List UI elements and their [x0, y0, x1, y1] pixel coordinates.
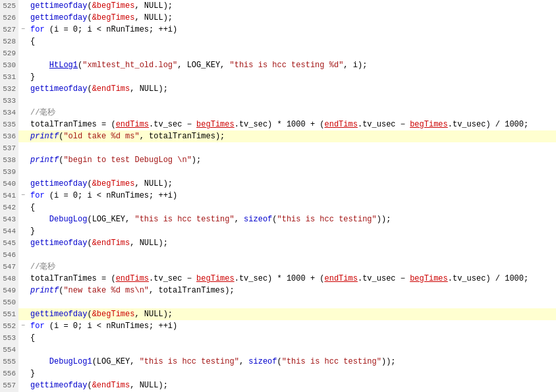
line-num-555: 555 — [0, 356, 18, 368]
fold-529 — [18, 47, 28, 59]
fold-538 — [18, 154, 28, 166]
code-line-543: 543 DebugLog(LOG_KEY, "this is hcc testi… — [0, 213, 556, 225]
code-line-525: 525 gettimeofday(&begTimes, NULL); — [0, 0, 556, 12]
code-content-540: gettimeofday(&begTimes, NULL); — [28, 178, 173, 190]
fold-554 — [18, 344, 28, 356]
fold-552[interactable]: − — [18, 320, 28, 332]
fold-557 — [18, 379, 28, 391]
code-line-554: 554 — [0, 344, 556, 356]
code-line-541: 541 − for (i = 0; i < nRunTimes; ++i) — [0, 190, 556, 202]
code-line-533: 533 — [0, 95, 556, 107]
code-content-556: } — [28, 368, 35, 379]
line-num-535: 535 — [0, 119, 18, 130]
line-num-531: 531 — [0, 71, 18, 83]
code-editor: 525 gettimeofday(&begTimes, NULL); 526 g… — [0, 0, 556, 392]
fold-551 — [18, 308, 28, 320]
code-content-542: { — [28, 202, 35, 213]
code-line-555: 555 DebugLog1(LOG_KEY, "this is hcc test… — [0, 356, 556, 368]
line-num-547: 547 — [0, 261, 18, 273]
code-content-526: gettimeofday(&begTimes, NULL); — [28, 12, 173, 24]
fold-543 — [18, 213, 28, 225]
code-content-552: for (i = 0; i < nRunTimes; ++i) — [28, 320, 177, 332]
fold-534 — [18, 107, 28, 119]
code-line-527: 527 − for (i = 0; i < nRunTimes; ++i) — [0, 24, 556, 36]
code-content-528: { — [28, 36, 35, 47]
line-num-548: 548 — [0, 273, 18, 285]
line-num-553: 553 — [0, 332, 18, 344]
code-line-557: 557 gettimeofday(&endTims, NULL); — [0, 379, 556, 391]
code-content-537 — [28, 142, 30, 154]
fold-549 — [18, 285, 28, 296]
code-content-555: DebugLog1(LOG_KEY, "this is hcc testing"… — [28, 356, 396, 368]
fold-533 — [18, 95, 28, 107]
line-num-534: 534 — [0, 107, 18, 119]
code-line-545: 545 gettimeofday(&endTims, NULL); — [0, 237, 556, 249]
line-num-529: 529 — [0, 47, 18, 59]
code-line-526: 526 gettimeofday(&begTimes, NULL); — [0, 12, 556, 24]
line-num-533: 533 — [0, 95, 18, 107]
fold-528 — [18, 36, 28, 47]
line-num-549: 549 — [0, 285, 18, 296]
fold-527[interactable]: − — [18, 24, 28, 36]
code-line-542: 542 { — [0, 202, 556, 213]
code-content-534: //毫秒 — [28, 107, 55, 119]
fold-544 — [18, 225, 28, 237]
code-content-536: printf("old take %d ms", totalTranTimes)… — [28, 130, 225, 142]
line-num-556: 556 — [0, 368, 18, 379]
code-line-553: 553 { — [0, 332, 556, 344]
code-content-547: //毫秒 — [28, 261, 55, 273]
code-content-532: gettimeofday(&endTims, NULL); — [28, 83, 168, 95]
fold-532 — [18, 83, 28, 95]
fold-530 — [18, 59, 28, 71]
code-line-548: 548 totalTranTimes = (endTims.tv_sec − b… — [0, 273, 556, 285]
code-line-538: 538 printf("begin to test DebugLog \n"); — [0, 154, 556, 166]
line-num-544: 544 — [0, 225, 18, 237]
code-content-530: HtLog1("xmltest_ht_old.log", LOG_KEY, "t… — [28, 59, 367, 71]
line-num-543: 543 — [0, 213, 18, 225]
code-content-533 — [28, 95, 30, 107]
fold-531 — [18, 71, 28, 83]
line-num-528: 528 — [0, 36, 18, 47]
line-num-538: 538 — [0, 154, 18, 166]
fold-526 — [18, 12, 28, 24]
fold-556 — [18, 368, 28, 379]
code-content-548: totalTranTimes = (endTims.tv_sec − begTi… — [28, 273, 528, 285]
line-num-536: 536 — [0, 130, 18, 142]
line-num-546: 546 — [0, 249, 18, 261]
line-num-532: 532 — [0, 83, 18, 95]
code-content-551: gettimeofday(&begTimes, NULL); — [28, 308, 173, 320]
fold-536 — [18, 130, 28, 142]
fold-535 — [18, 119, 28, 130]
code-content-546 — [28, 249, 30, 261]
code-line-540: 540 gettimeofday(&begTimes, NULL); — [0, 178, 556, 190]
code-line-534: 534 //毫秒 — [0, 107, 556, 119]
code-line-531: 531 } — [0, 71, 556, 83]
fold-547 — [18, 261, 28, 273]
code-line-547: 547 //毫秒 — [0, 261, 556, 273]
line-num-527: 527 — [0, 24, 18, 36]
code-line-529: 529 — [0, 47, 556, 59]
line-num-537: 537 — [0, 142, 18, 154]
code-line-546: 546 — [0, 249, 556, 261]
fold-542 — [18, 202, 28, 213]
code-content-544: } — [28, 225, 35, 237]
code-line-528: 528 { — [0, 36, 556, 47]
code-content-529 — [28, 47, 30, 59]
code-content-543: DebugLog(LOG_KEY, "this is hcc testing",… — [28, 213, 391, 225]
code-line-536: 536 printf("old take %d ms", totalTranTi… — [0, 130, 556, 142]
line-num-545: 545 — [0, 237, 18, 249]
fold-548 — [18, 273, 28, 285]
fold-555 — [18, 356, 28, 368]
fold-546 — [18, 249, 28, 261]
code-line-556: 556 } — [0, 368, 556, 379]
line-num-552: 552 — [0, 320, 18, 332]
line-num-554: 554 — [0, 344, 18, 356]
code-line-544: 544 } — [0, 225, 556, 237]
code-line-551: 551 gettimeofday(&begTimes, NULL); — [0, 308, 556, 320]
line-num-542: 542 — [0, 202, 18, 213]
line-num-550: 550 — [0, 296, 18, 308]
code-content-553: { — [28, 332, 35, 344]
fold-541[interactable]: − — [18, 190, 28, 202]
code-content-535: totalTranTimes = (endTims.tv_sec − begTi… — [28, 119, 528, 130]
code-content-541: for (i = 0; i < nRunTimes; ++i) — [28, 190, 177, 202]
